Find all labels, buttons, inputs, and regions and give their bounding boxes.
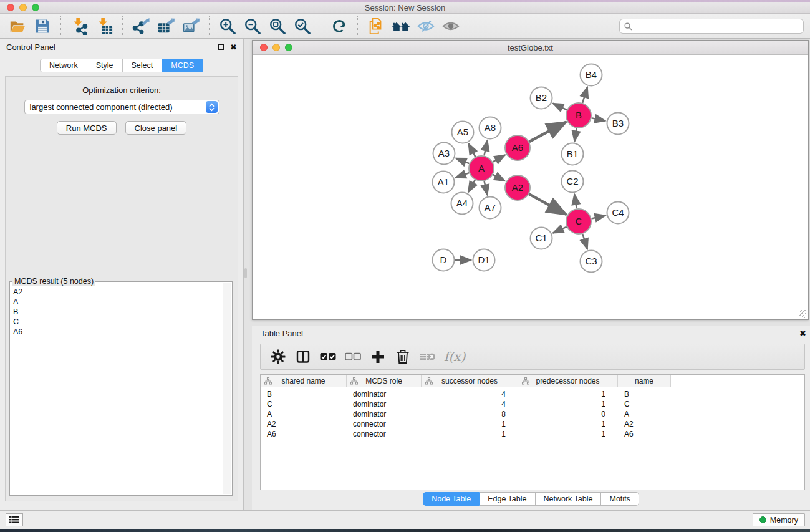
mcds-result-item[interactable]: A6 [11,327,222,337]
search-box[interactable] [619,19,804,34]
network-graph[interactable]: B4B2BB3A8A5A6A3B1AC2A1A2A4A7C4CC1DD1C3 [253,55,808,319]
network-zoom-button[interactable] [285,44,292,51]
graph-edge-C-C2[interactable] [574,194,577,208]
refresh-button[interactable] [327,16,352,37]
show-column-button[interactable] [292,346,314,367]
function-builder-button[interactable]: f(x) [444,349,465,364]
graph-node-A5[interactable]: A5 [452,122,474,143]
zoom-out-button[interactable] [240,16,265,37]
table-row[interactable]: A2connector11A2 [261,419,804,429]
minimize-window-button[interactable] [19,4,27,11]
graph-edge-A-A1[interactable] [455,173,469,178]
graph-node-C[interactable]: C [566,209,591,234]
mcds-result-item[interactable]: A2 [11,287,222,297]
graph-node-C1[interactable]: C1 [531,228,552,249]
network-view-window[interactable]: testGlobe.txt B4B2BB3A8A5A6A3B1AC2A1A2A4… [252,40,809,320]
table-cell[interactable]: 1 [518,429,618,439]
graph-edge-A-A2[interactable] [493,175,505,181]
import-table-button[interactable] [92,16,117,37]
table-cell[interactable]: 4 [422,399,518,409]
table-cell[interactable]: dominator [347,399,422,409]
graph-edge-B-B4[interactable] [582,87,587,103]
table-cell[interactable]: 4 [422,389,518,399]
graph-node-C4[interactable]: C4 [607,202,629,224]
search-input[interactable] [635,22,803,31]
column-header-successor-nodes[interactable]: successor nodes [422,375,518,387]
table-cell[interactable]: C [261,399,347,409]
close-panel-button[interactable]: Close panel [125,121,187,135]
table-row[interactable]: Cdominator41C [261,399,804,409]
column-header-predecessor-nodes[interactable]: predecessor nodes [518,375,618,387]
deselect-all-button[interactable] [342,346,364,367]
graph-edge-A2-C[interactable] [529,194,566,215]
memory-button[interactable]: Memory [753,513,805,526]
graph-edge-C-C1[interactable] [553,227,567,233]
graph-node-C2[interactable]: C2 [562,171,584,193]
table-cell[interactable]: connector [347,429,422,439]
graph-node-D1[interactable]: D1 [473,249,495,271]
graph-edge-A-A4[interactable] [468,180,475,192]
tab-motifs[interactable]: Motifs [601,492,639,506]
table-cell[interactable]: B [618,389,671,399]
column-header-name[interactable]: name [618,375,671,387]
close-table-panel-icon[interactable]: ✖ [799,331,806,336]
graph-node-A1[interactable]: A1 [433,172,455,193]
graph-node-A8[interactable]: A8 [480,117,501,139]
table-cell[interactable]: dominator [347,389,422,399]
export-table-button[interactable] [153,16,178,37]
open-session-button[interactable] [5,16,30,37]
network-close-button[interactable] [260,44,268,51]
graph-node-A4[interactable]: A4 [451,193,473,215]
table-cell[interactable]: 1 [518,419,618,429]
table-settings-button[interactable] [267,346,289,367]
run-mcds-button[interactable]: Run MCDS [57,121,117,135]
delete-table-button[interactable] [417,346,439,367]
graph-node-C3[interactable]: C3 [581,251,602,273]
table-cell[interactable]: dominator [347,409,422,419]
graph-node-A6[interactable]: A6 [505,135,530,160]
graph-edge-B-B2[interactable] [553,104,567,110]
table-cell[interactable]: 1 [422,419,518,429]
mcds-result-item[interactable]: C [11,317,222,327]
home-pair-button[interactable] [388,16,413,37]
graph-node-D[interactable]: D [433,249,455,271]
table-cell[interactable]: C [618,399,671,409]
node-table-body[interactable]: Bdominator41BCdominator41CAdominator80AA… [261,387,804,439]
graph-edge-A-A7[interactable] [485,181,488,195]
mcds-result-list[interactable]: A2ABCA6 [11,287,222,494]
delete-row-button[interactable] [392,346,414,367]
tab-network-table[interactable]: Network Table [536,492,602,506]
save-session-button[interactable] [30,16,55,37]
optimization-criterion-dropdown[interactable]: largest connected component (directed) [24,100,219,114]
table-row[interactable]: Bdominator41B [261,389,804,399]
tab-edge-table[interactable]: Edge Table [480,492,535,506]
table-cell[interactable]: connector [347,419,422,429]
mcds-list-scrollbar[interactable] [223,283,231,494]
node-table[interactable]: shared name MCDS role successor nodes pr… [260,374,805,490]
graph-edge-A-A8[interactable] [484,140,487,155]
export-network-button[interactable] [128,16,153,37]
graph-node-A7[interactable]: A7 [480,197,501,219]
graph-edge-A-A5[interactable] [468,143,475,157]
graph-node-B2[interactable]: B2 [531,87,552,109]
table-row[interactable]: A6connector11A6 [261,429,804,439]
table-cell[interactable]: 8 [422,409,518,419]
table-cell[interactable]: 1 [422,429,518,439]
zoom-window-button[interactable] [32,4,39,11]
add-row-button[interactable] [367,346,389,367]
duplicate-network-button[interactable] [364,16,388,37]
float-table-panel-icon[interactable] [788,331,793,336]
graph-edge-B-B3[interactable] [592,118,605,121]
graph-edge-C-C3[interactable] [582,234,587,249]
graph-node-A3[interactable]: A3 [433,143,455,165]
graph-edge-A-A3[interactable] [456,158,469,164]
tab-node-table[interactable]: Node Table [423,492,480,506]
graph-node-A2[interactable]: A2 [505,175,530,200]
table-cell[interactable]: A [618,409,671,419]
float-panel-icon[interactable] [218,44,224,50]
mcds-result-item[interactable]: B [11,307,222,317]
tab-mcds[interactable]: MCDS [162,59,203,72]
table-cell[interactable]: A6 [261,429,347,439]
hide-selected-button[interactable] [413,16,438,37]
graph-node-B[interactable]: B [566,103,591,128]
